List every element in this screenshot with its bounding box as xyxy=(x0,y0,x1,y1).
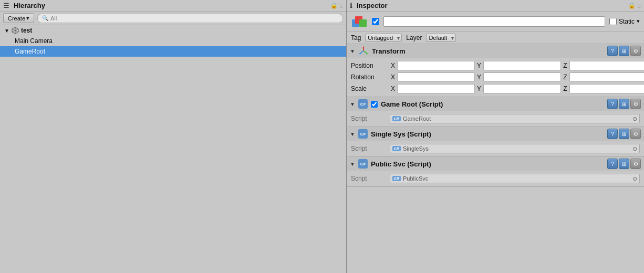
game-root-script-header[interactable]: ▼ C# Game Root (Script) ? ⊞ ⚙ xyxy=(347,97,644,111)
hierarchy-options-icon[interactable]: ≡ xyxy=(340,3,343,9)
public-svc-gear-button[interactable]: ⚙ xyxy=(630,159,641,169)
layer-select[interactable]: Default xyxy=(426,34,456,42)
public-svc-script-component: ▼ C# Public Svc (Script) ? ⊞ ⚙ Script c#… xyxy=(347,157,644,187)
single-sys-script-title: Single Sys (Script) xyxy=(371,130,604,138)
single-sys-script-row: Script c# SingleSys ⊙ xyxy=(351,143,640,154)
position-z-input[interactable]: 40.2955 xyxy=(569,61,644,70)
rotation-y-input[interactable]: 0 xyxy=(483,72,561,82)
transform-layout-button[interactable]: ⊞ xyxy=(619,46,629,56)
single-sys-script-body: Script c# SingleSys ⊙ xyxy=(347,141,644,156)
single-sys-gear-button[interactable]: ⚙ xyxy=(630,129,641,139)
svg-marker-10 xyxy=(362,46,364,48)
game-root-expand-arrow: ▼ xyxy=(350,101,355,107)
public-svc-script-name: PublicSvc xyxy=(403,175,428,182)
scale-y-input[interactable]: 1 xyxy=(483,84,561,93)
game-root-script-gear[interactable]: ⊙ xyxy=(632,116,637,122)
position-y-input[interactable]: 297.264 xyxy=(483,61,561,70)
game-root-script-body: Script c# GameRoot ⊙ xyxy=(347,111,644,127)
script-label-2: Script xyxy=(351,145,388,152)
scale-x-label: X xyxy=(390,85,396,92)
gameobject-icon xyxy=(351,13,368,30)
hierarchy-title: Hierarchy xyxy=(14,2,328,9)
game-root-script-name: GameRoot xyxy=(403,116,431,122)
public-svc-script-gear[interactable]: ⊙ xyxy=(632,175,637,182)
transform-component: ▼ Transform ? ⊞ ⚙ Position xyxy=(347,44,644,97)
single-sys-expand-arrow: ▼ xyxy=(350,131,355,137)
public-svc-script-body: Script c# PublicSvc ⊙ xyxy=(347,171,644,186)
scale-z-input[interactable]: 1 xyxy=(569,84,644,93)
scale-axis-group: X 1 Y 1 Z 1 xyxy=(390,84,644,93)
inspector-titlebar: ℹ Inspector 🔒 ≡ xyxy=(347,0,644,12)
single-sys-cs-icon: C# xyxy=(358,129,368,139)
tag-select[interactable]: Untagged xyxy=(365,34,402,42)
public-svc-script-header[interactable]: ▼ C# Public Svc (Script) ? ⊞ ⚙ xyxy=(347,157,644,171)
position-row: Position X 583.560 Y 297.264 Z 40.2955 xyxy=(351,60,640,71)
inspector-tag-layer-row: Tag Untagged Layer Default xyxy=(347,32,644,44)
unity-logo-icon xyxy=(12,27,19,34)
public-svc-cs-icon: C# xyxy=(358,159,368,169)
hierarchy-item-test[interactable]: ▼ test xyxy=(0,25,346,36)
hierarchy-item-gameroot[interactable]: GameRoot xyxy=(0,46,346,57)
game-root-script-buttons: ? ⊞ ⚙ xyxy=(607,99,641,109)
layer-label: Layer xyxy=(406,34,422,41)
scale-label: Scale xyxy=(351,85,388,92)
public-svc-script-value: c# PublicSvc ⊙ xyxy=(390,174,640,183)
layer-select-wrapper[interactable]: Default xyxy=(426,34,456,42)
rotation-z-input[interactable]: 0 xyxy=(569,72,644,82)
search-box[interactable]: 🔍 xyxy=(37,14,343,23)
search-icon: 🔍 xyxy=(42,15,48,21)
public-svc-help-button[interactable]: ? xyxy=(607,159,618,169)
position-z-label: Z xyxy=(562,62,568,69)
game-root-script-value: c# GameRoot ⊙ xyxy=(390,114,640,123)
inspector-panel: ℹ Inspector 🔒 ≡ GameRoot Static ▾ Tag xyxy=(347,0,644,273)
rotation-x-label: X xyxy=(390,74,396,81)
transform-gear-button[interactable]: ⚙ xyxy=(630,46,641,56)
position-y-label: Y xyxy=(476,62,482,69)
create-label: Create xyxy=(8,15,25,22)
single-sys-layout-button[interactable]: ⊞ xyxy=(619,129,629,139)
public-svc-script-row: Script c# PublicSvc ⊙ xyxy=(351,173,640,184)
inspector-options-icon[interactable]: ≡ xyxy=(638,3,641,9)
public-svc-script-title: Public Svc (Script) xyxy=(371,160,604,168)
scale-row: Scale X 1 Y 1 Z 1 xyxy=(351,83,640,94)
rotation-z-label: Z xyxy=(562,74,568,81)
single-sys-help-button[interactable]: ? xyxy=(607,129,618,139)
transform-component-header[interactable]: ▼ Transform ? ⊞ ⚙ xyxy=(347,44,644,58)
transform-component-buttons: ? ⊞ ⚙ xyxy=(607,46,641,56)
script-label-3: Script xyxy=(351,175,388,182)
inspector-lock-icon[interactable]: 🔒 xyxy=(628,2,636,9)
hierarchy-titlebar: ☰ Hierarchy 🔒 ≡ xyxy=(0,0,346,12)
public-svc-layout-button[interactable]: ⊞ xyxy=(619,159,629,169)
static-dropdown-arrow[interactable]: ▾ xyxy=(637,18,640,25)
rotation-y-label: Y xyxy=(476,74,482,81)
gameobject-name-input[interactable]: GameRoot xyxy=(383,16,605,27)
rotation-x-input[interactable]: 0 xyxy=(397,72,475,82)
search-input[interactable] xyxy=(50,15,338,22)
game-root-layout-button[interactable]: ⊞ xyxy=(619,99,629,109)
public-svc-cs-badge: c# xyxy=(392,176,401,181)
public-svc-expand-arrow: ▼ xyxy=(350,161,355,167)
position-x-label: X xyxy=(390,62,396,69)
game-root-script-checkbox[interactable] xyxy=(371,101,378,108)
game-root-gear-button[interactable]: ⚙ xyxy=(630,99,641,109)
expand-arrow: ▼ xyxy=(4,28,9,34)
hierarchy-item-main-camera[interactable]: Main Camera xyxy=(0,36,346,46)
gameobject-active-checkbox[interactable] xyxy=(372,18,379,25)
scale-x-input[interactable]: 1 xyxy=(397,84,475,93)
gameobject-active-checkbox-wrapper[interactable] xyxy=(372,18,379,25)
transform-help-button[interactable]: ? xyxy=(607,46,618,56)
hierarchy-lock-icon[interactable]: 🔒 xyxy=(330,2,338,9)
game-root-help-button[interactable]: ? xyxy=(607,99,618,109)
single-sys-script-header[interactable]: ▼ C# Single Sys (Script) ? ⊞ ⚙ xyxy=(347,127,644,141)
tag-select-wrapper[interactable]: Untagged xyxy=(365,34,402,42)
static-checkbox[interactable] xyxy=(609,18,617,25)
position-x-input[interactable]: 583.560 xyxy=(397,61,475,70)
transform-component-body: Position X 583.560 Y 297.264 Z 40.2955 R… xyxy=(347,58,644,97)
position-axis-group: X 583.560 Y 297.264 Z 40.2955 xyxy=(390,61,644,70)
create-button[interactable]: Create ▾ xyxy=(3,13,34,23)
inspector-title: Inspector xyxy=(357,2,626,9)
static-label: Static xyxy=(619,18,635,25)
single-sys-script-gear[interactable]: ⊙ xyxy=(632,145,637,152)
scale-z-label: Z xyxy=(562,85,568,92)
transform-icon xyxy=(358,46,369,56)
